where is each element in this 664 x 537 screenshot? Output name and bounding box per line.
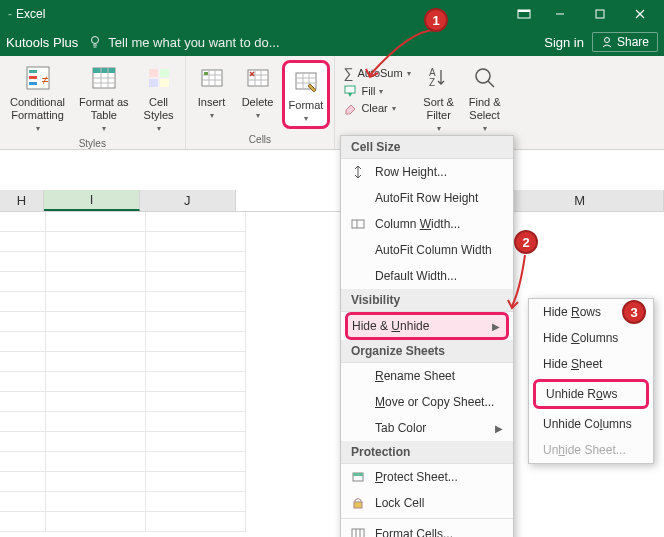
dropdown-arrow-icon: ▾ xyxy=(437,124,441,134)
col-gap xyxy=(236,190,327,211)
svg-rect-21 xyxy=(149,69,158,77)
magnifier-icon xyxy=(469,62,501,94)
format-cells-dialog-icon xyxy=(349,526,367,537)
cell-styles-button[interactable]: Cell Styles ▾ xyxy=(137,60,181,136)
conditional-formatting-label: Conditional Formatting xyxy=(10,96,65,122)
autofit-row-label: AutoFit Row Height xyxy=(375,191,478,205)
autosum-button[interactable]: ∑ AutoSum ▾ xyxy=(339,64,414,82)
ribbon-options-icon[interactable] xyxy=(508,0,540,28)
svg-point-46 xyxy=(476,69,490,83)
svg-text:≠: ≠ xyxy=(42,73,49,87)
lock-cell-label: Lock Cell xyxy=(375,496,424,510)
sort-filter-label: Sort & Filter xyxy=(423,96,454,122)
section-cell-size: Cell Size xyxy=(341,136,513,159)
column-headers: H I J M xyxy=(0,190,664,212)
minimize-button[interactable] xyxy=(540,0,580,28)
delete-button[interactable]: Delete ▾ xyxy=(236,60,280,123)
dropdown-arrow-icon: ▾ xyxy=(210,111,214,121)
find-select-button[interactable]: Find & Select ▾ xyxy=(463,60,507,136)
column-width-icon xyxy=(349,216,367,232)
format-as-table-button[interactable]: Format as Table ▾ xyxy=(73,60,135,136)
tab-color-item[interactable]: Tab Color ▶ xyxy=(341,415,513,441)
unhide-columns-label: Unhide Columns xyxy=(543,417,632,431)
insert-button[interactable]: Insert ▾ xyxy=(190,60,234,123)
format-button[interactable]: Format ▾ xyxy=(282,60,331,129)
callout-2: 2 xyxy=(514,230,538,254)
move-copy-label: Move or Copy Sheet... xyxy=(375,395,494,409)
unhide-sheet-item: Unhide Sheet... xyxy=(529,437,653,463)
col-header-i[interactable]: I xyxy=(44,190,140,211)
hide-columns-item[interactable]: Hide Columns xyxy=(529,325,653,351)
row-height-icon xyxy=(349,164,367,180)
lock-cell-item[interactable]: Lock Cell xyxy=(341,490,513,516)
conditional-formatting-button[interactable]: ≠ Conditional Formatting ▾ xyxy=(4,60,71,136)
svg-rect-3 xyxy=(596,10,604,18)
hide-sheet-label: Hide Sheet xyxy=(543,357,602,371)
svg-rect-30 xyxy=(204,72,208,75)
dropdown-arrow-icon: ▾ xyxy=(304,114,308,124)
column-width-item[interactable]: Column Width... xyxy=(341,211,513,237)
submenu-arrow-icon: ▶ xyxy=(495,423,503,434)
svg-rect-23 xyxy=(149,79,158,87)
unhide-rows-item[interactable]: Unhide Rows xyxy=(533,379,649,409)
format-as-table-label: Format as Table xyxy=(79,96,129,122)
autofit-col-item[interactable]: AutoFit Column Width xyxy=(341,237,513,263)
svg-rect-53 xyxy=(352,529,364,537)
col-header-h[interactable]: H xyxy=(0,190,44,211)
dropdown-arrow-icon: ▾ xyxy=(379,87,383,96)
tab-color-label: Tab Color xyxy=(375,421,426,435)
callout-3: 3 xyxy=(622,300,646,324)
row-height-item[interactable]: Row Height... xyxy=(341,159,513,185)
unhide-sheet-label: Unhide Sheet... xyxy=(543,443,626,457)
col-header-m[interactable]: M xyxy=(496,190,664,211)
protect-sheet-label: Protect Sheet... xyxy=(375,470,458,484)
format-cells-item[interactable]: Format Cells... xyxy=(341,521,513,537)
cells-group: Insert ▾ Delete ▾ Format ▾ Cells xyxy=(186,56,336,149)
autofit-col-label: AutoFit Column Width xyxy=(375,243,492,257)
default-width-item[interactable]: Default Width... xyxy=(341,263,513,289)
svg-rect-1 xyxy=(518,10,530,12)
cell-styles-label: Cell Styles xyxy=(144,96,174,122)
move-copy-item[interactable]: Move or Copy Sheet... xyxy=(341,389,513,415)
svg-text:Z: Z xyxy=(429,77,435,88)
titlebar: - Excel xyxy=(0,0,664,28)
autosum-label: AutoSum xyxy=(357,67,402,79)
tab-kutools-plus[interactable]: Kutools Plus xyxy=(6,35,78,50)
hide-sheet-item[interactable]: Hide Sheet xyxy=(529,351,653,377)
col-header-j[interactable]: J xyxy=(140,190,236,211)
hide-unhide-item[interactable]: Hide & Unhide ▶ xyxy=(345,312,509,340)
delete-label: Delete xyxy=(242,96,274,109)
rename-sheet-item[interactable]: Rename Sheet xyxy=(341,363,513,389)
section-visibility: Visibility xyxy=(341,289,513,312)
svg-rect-51 xyxy=(353,473,363,476)
clear-button[interactable]: Clear ▾ xyxy=(339,100,414,116)
svg-rect-52 xyxy=(354,502,362,508)
unhide-rows-label: Unhide Rows xyxy=(546,387,617,401)
share-label: Share xyxy=(617,35,649,49)
maximize-button[interactable] xyxy=(580,0,620,28)
svg-rect-24 xyxy=(160,79,169,87)
dropdown-arrow-icon: ▾ xyxy=(407,69,411,78)
styles-group: ≠ Conditional Formatting ▾ Format as Tab… xyxy=(0,56,186,149)
fill-button[interactable]: Fill ▾ xyxy=(339,83,414,99)
callout-1: 1 xyxy=(424,8,448,32)
signin-link[interactable]: Sign in xyxy=(544,35,584,50)
fill-down-icon xyxy=(343,84,357,98)
protect-sheet-item[interactable]: Protect Sheet... xyxy=(341,464,513,490)
insert-cells-icon xyxy=(196,62,228,94)
svg-rect-22 xyxy=(160,69,169,77)
row-height-label: Row Height... xyxy=(375,165,447,179)
sigma-icon: ∑ xyxy=(343,65,353,81)
unhide-columns-item[interactable]: Unhide Columns xyxy=(529,411,653,437)
sort-filter-button[interactable]: AZ Sort & Filter ▾ xyxy=(417,60,461,136)
dropdown-arrow-icon: ▾ xyxy=(36,124,40,134)
svg-point-9 xyxy=(604,38,609,43)
share-button[interactable]: Share xyxy=(592,32,658,52)
sort-filter-icon: AZ xyxy=(423,62,455,94)
tell-me-search[interactable]: Tell me what you want to do... xyxy=(88,35,279,50)
dropdown-arrow-icon: ▾ xyxy=(392,104,396,113)
svg-point-6 xyxy=(92,37,99,44)
autofit-row-item[interactable]: AutoFit Row Height xyxy=(341,185,513,211)
close-button[interactable] xyxy=(620,0,660,28)
eraser-icon xyxy=(343,101,357,115)
